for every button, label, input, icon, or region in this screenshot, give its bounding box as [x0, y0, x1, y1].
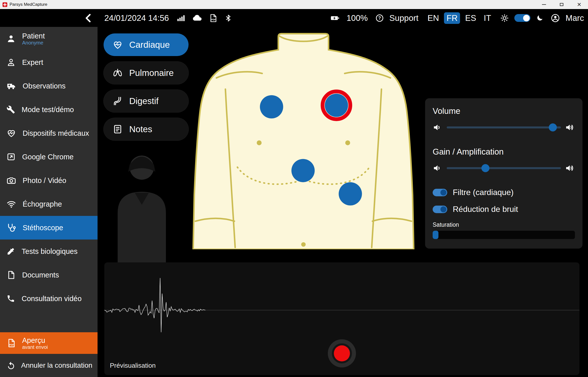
minimize-button[interactable]	[535, 0, 553, 9]
sidebar-item-label: Consultation vidéo	[22, 295, 82, 303]
theme-toggle[interactable]	[514, 14, 530, 22]
auscultation-point[interactable]	[339, 182, 362, 206]
filter-toggle-label: Filtre (cardiaque)	[453, 188, 514, 197]
gain-slider[interactable]	[447, 167, 561, 169]
tab-label: Cardiaque	[129, 40, 170, 50]
tab-pulmonaire[interactable]: Pulmonaire	[104, 62, 189, 84]
preview-before-send-button[interactable]: Aperçu avant envoi	[0, 332, 98, 354]
saturation-meter-fill	[433, 231, 438, 239]
audio-controls-panel: Volume Gain / Amplification Filtre (card…	[425, 98, 582, 249]
saturation-label: Saturation	[433, 221, 575, 228]
gain-slider-thumb[interactable]	[481, 164, 489, 172]
support-link[interactable]: Support	[389, 13, 419, 23]
sidebar-item-label: Mode test/démo	[22, 106, 74, 114]
close-button[interactable]: ×	[570, 0, 588, 9]
note-icon	[113, 124, 123, 134]
sidebar: Patient Anonyme Expert Observations Mode…	[0, 27, 98, 377]
auscultation-point[interactable]	[260, 95, 283, 119]
signal-icon	[176, 14, 186, 23]
tab-digestif[interactable]: Digestif	[104, 90, 189, 112]
sidebar-item-label: Expert	[22, 58, 43, 67]
patient-icon	[7, 34, 16, 43]
phone-icon	[7, 294, 15, 303]
volume-high-icon	[565, 163, 575, 173]
battery-level: 100%	[346, 13, 368, 23]
preview-caption: Prévisualisation	[110, 362, 156, 369]
sidebar-item-stethoscope[interactable]: Stéthoscope	[0, 216, 98, 240]
expert-icon	[7, 58, 16, 67]
sidebar-item-label: Échographe	[23, 200, 62, 208]
document-icon	[7, 270, 16, 279]
back-button[interactable]	[83, 9, 94, 27]
heart-pulse-icon	[113, 40, 123, 50]
volume-slider[interactable]	[447, 126, 561, 128]
sidebar-item-google-chrome[interactable]: Google Chrome	[0, 145, 98, 169]
username-label: Marc	[566, 13, 584, 23]
saturation-meter	[433, 231, 575, 239]
record-button[interactable]	[328, 339, 356, 367]
auscultation-point[interactable]	[325, 94, 348, 117]
noise-reduction-label: Réduction de bruit	[453, 205, 518, 214]
language-fr[interactable]: FR	[444, 12, 460, 24]
sidebar-item-label: Photo / Vidéo	[23, 176, 66, 185]
volume-slider-thumb[interactable]	[549, 123, 557, 131]
browser-icon	[7, 152, 16, 161]
patient-name: Anonyme	[22, 40, 45, 45]
sidebar-item-label: Tests biologiques	[22, 247, 77, 256]
noise-reduction-toggle[interactable]	[433, 206, 447, 213]
tab-label: Pulmonaire	[129, 68, 174, 78]
battery-charging-icon	[329, 14, 341, 23]
sidebar-item-expert[interactable]: Expert	[0, 51, 98, 74]
sidebar-item-label: Dispositifs médicaux	[23, 129, 89, 137]
sidebar-item-medical-devices[interactable]: Dispositifs médicaux	[0, 121, 98, 145]
language-switcher: EN FR ES IT	[425, 12, 493, 24]
sidebar-item-label: Stéthoscope	[23, 224, 63, 232]
window-controls: ×	[535, 0, 588, 9]
undo-icon	[7, 361, 16, 370]
tab-label: Digestif	[129, 96, 159, 106]
volume-label: Volume	[433, 106, 575, 116]
user-avatar-icon[interactable]	[551, 13, 560, 23]
cancel-consultation-button[interactable]: Annuler la consultation	[0, 354, 98, 377]
language-it[interactable]: IT	[481, 12, 493, 24]
audio-preview-panel: Prévisualisation	[104, 262, 579, 375]
sidebar-item-test-mode[interactable]: Mode test/démo	[0, 98, 98, 121]
maximize-button[interactable]	[553, 0, 570, 9]
sidebar-item-biological-tests[interactable]: Tests biologiques	[0, 240, 98, 263]
sidebar-item-patient[interactable]: Patient Anonyme	[0, 27, 98, 51]
window-titlebar: Parsys MedCapture ×	[0, 0, 588, 9]
status-icons	[176, 13, 232, 23]
sidebar-item-observations[interactable]: Observations	[0, 74, 98, 98]
exam-tabs: Cardiaque Pulmonaire Digestif Notes	[104, 33, 189, 140]
sidebar-item-label: Google Chrome	[22, 153, 74, 161]
preview-sublabel: avant envoi	[22, 344, 48, 350]
auscultation-point[interactable]	[291, 159, 315, 182]
volume-low-icon	[433, 163, 443, 173]
help-icon[interactable]	[375, 14, 384, 22]
app-logo-icon	[3, 2, 7, 7]
camera-icon	[7, 176, 16, 185]
pdf-file-icon	[7, 338, 16, 348]
lungs-icon	[113, 68, 123, 78]
pipette-icon	[7, 247, 15, 256]
volume-low-icon	[433, 122, 443, 132]
sidebar-item-label: Documents	[22, 271, 59, 279]
tab-notes[interactable]: Notes	[104, 118, 189, 140]
wifi-icon	[7, 199, 16, 209]
filter-toggle[interactable]	[433, 189, 447, 196]
language-en[interactable]: EN	[425, 12, 441, 24]
cloud-icon	[192, 13, 202, 23]
torso-illustration	[192, 33, 415, 249]
bluetooth-icon	[224, 14, 232, 22]
sidebar-item-documents[interactable]: Documents	[0, 263, 98, 287]
sidebar-item-echographe[interactable]: Échographe	[0, 192, 98, 216]
pdf-export-icon	[209, 14, 218, 23]
language-es[interactable]: ES	[463, 12, 479, 24]
sidebar-item-video-consultation[interactable]: Consultation vidéo	[0, 287, 98, 310]
heart-monitor-icon	[7, 128, 16, 138]
volume-high-icon	[565, 122, 575, 132]
sidebar-item-photo-video[interactable]: Photo / Vidéo	[0, 169, 98, 192]
tab-cardiaque[interactable]: Cardiaque	[104, 33, 189, 56]
preview-label: Aperçu	[22, 336, 48, 344]
window-title: Parsys MedCapture	[10, 2, 47, 7]
